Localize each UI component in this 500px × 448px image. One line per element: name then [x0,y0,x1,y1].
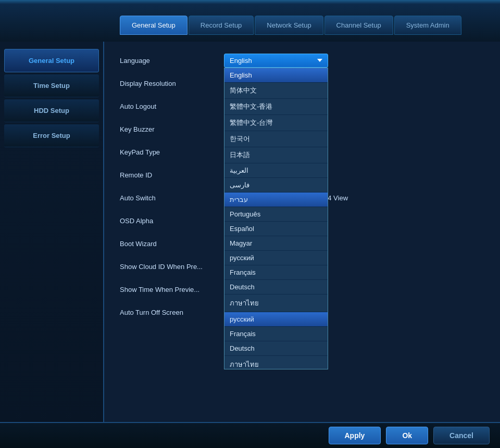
language-option-7[interactable]: فارسی [224,178,328,193]
apply-button[interactable]: Apply [329,427,381,444]
cancel-button[interactable]: Cancel [433,427,490,444]
language-option-19[interactable]: ภาษาไทย [224,356,328,369]
sidebar-item-error[interactable]: Error Setup [4,124,99,147]
language-option-11[interactable]: Magyar [224,236,328,251]
language-option-13[interactable]: Français [224,265,328,280]
language-option-10[interactable]: Español [224,222,328,236]
bottom-bar: Apply Ok Cancel [0,422,500,448]
main-content: General SetupTime SetupHDD SetupError Se… [0,42,500,422]
language-option-17[interactable]: Français [224,327,328,341]
top-bar [0,0,500,4]
language-dropdown-container: EnglishEnglish简体中文繁體中文-香港繁體中文-台灣한국어日本語ال… [224,54,328,68]
label-osd_alpha: OSD Alpha [120,217,224,225]
language-option-14[interactable]: Deutsch [224,280,328,295]
language-option-18[interactable]: Deutsch [224,341,328,356]
label-auto_turn_off: Auto Turn Off Screen [120,309,224,316]
form-row-language: LanguageEnglishEnglish简体中文繁體中文-香港繁體中文-台灣… [120,52,484,69]
sidebar-item-general[interactable]: General Setup [4,49,99,72]
label-auto_logout: Auto Logout [120,103,224,110]
nav-tab-channel[interactable]: Channel Setup [324,16,393,35]
label-boot_wizard: Boot Wizard [120,240,224,248]
language-option-3[interactable]: 繁體中文-台灣 [224,115,328,131]
language-option-4[interactable]: 한국어 [224,131,328,147]
language-option-9[interactable]: Português [224,207,328,222]
language-option-1[interactable]: 简体中文 [224,83,328,99]
label-language: Language [120,57,224,65]
nav-tab-general[interactable]: General Setup [120,16,188,35]
label-display_resolution: Display Resolution [120,80,224,87]
sidebar-item-hdd[interactable]: HDD Setup [4,99,99,122]
content-panel: LanguageEnglishEnglish简体中文繁體中文-香港繁體中文-台灣… [104,42,500,422]
language-dropdown-list: English简体中文繁體中文-香港繁體中文-台灣한국어日本語العربيةفا… [224,68,328,369]
sidebar: General SetupTime SetupHDD SetupError Se… [0,42,104,422]
sidebar-item-time[interactable]: Time Setup [4,74,99,97]
language-option-5[interactable]: 日本語 [224,147,328,163]
language-selected-text: English [230,57,252,65]
label-auto_switch: Auto Switch [120,194,224,202]
language-dropdown-selected[interactable]: English [224,54,328,68]
label-show_time: Show Time When Previe... [120,286,224,293]
ok-button[interactable]: Ok [386,427,428,444]
label-show_cloud: Show Cloud ID When Pre... [120,263,224,271]
nav-tab-network[interactable]: Network Setup [255,16,323,35]
language-option-2[interactable]: 繁體中文-香港 [224,99,328,115]
nav-tab-record[interactable]: Record Setup [189,16,254,35]
label-keypad_type: KeyPad Type [120,148,224,156]
label-remote_id: Remote ID [120,171,224,179]
language-option-6[interactable]: العربية [224,163,328,178]
language-option-8[interactable]: עברית [224,193,328,207]
nav-tabs: General SetupRecord SetupNetwork SetupCh… [0,4,500,42]
dropdown-arrow-icon [317,59,322,62]
language-option-0[interactable]: English [224,68,328,83]
label-key_buzzer: Key Buzzer [120,125,224,133]
language-option-15[interactable]: ภาษาไทย [224,295,328,312]
language-option-16[interactable]: русский [224,312,328,327]
nav-tab-system[interactable]: System Admin [394,16,461,35]
language-option-12[interactable]: русский [224,251,328,265]
